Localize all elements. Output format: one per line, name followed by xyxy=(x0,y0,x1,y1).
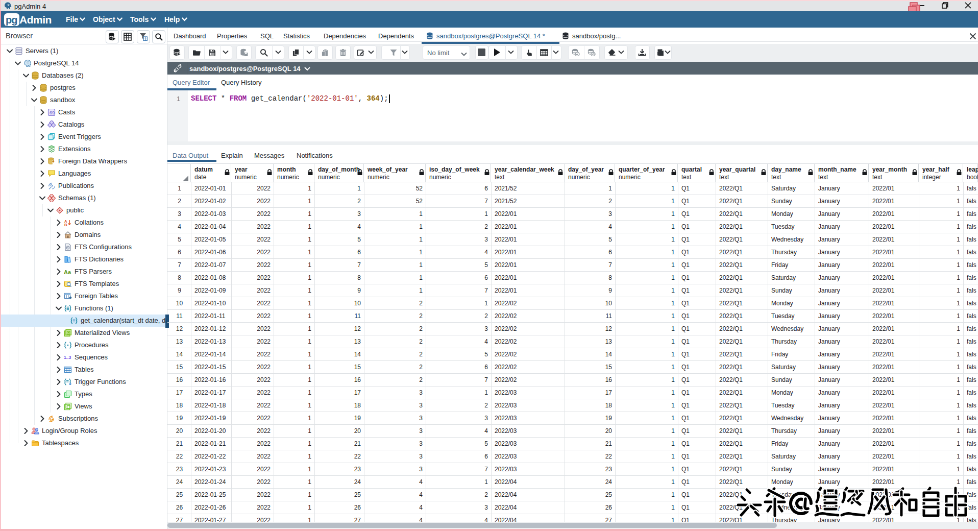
svg-text:B: B xyxy=(64,223,67,227)
svg-text:1..3: 1..3 xyxy=(64,355,71,360)
svg-text:Aa: Aa xyxy=(64,269,71,275)
svg-text:69: 69 xyxy=(50,110,55,115)
